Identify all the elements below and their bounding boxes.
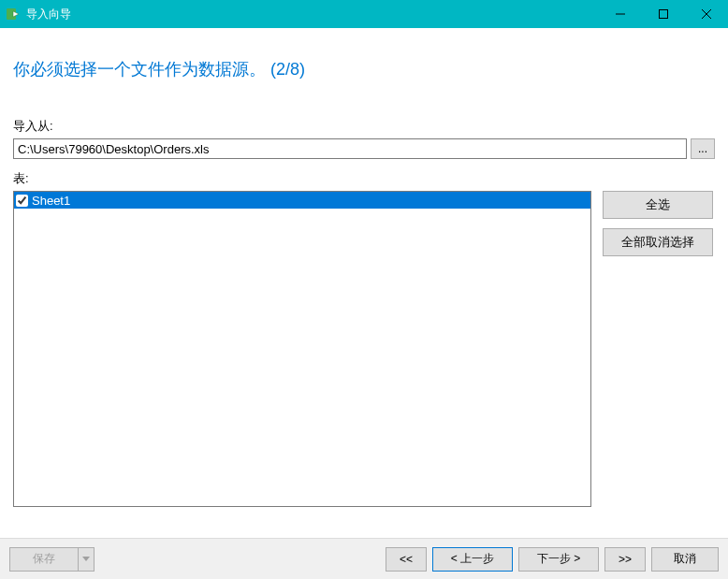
select-all-button[interactable]: 全选: [603, 191, 713, 219]
wizard-heading: 你必须选择一个文件作为数据源。 (2/8): [13, 58, 715, 80]
tables-listbox[interactable]: Sheet1: [13, 191, 591, 507]
titlebar: 导入向导: [0, 0, 728, 28]
footer-right: << < 上一步 下一步 > >> 取消: [386, 547, 719, 572]
table-name: Sheet1: [32, 194, 70, 208]
tables-label: 表:: [13, 170, 715, 187]
browse-button[interactable]: ...: [691, 138, 715, 159]
first-button[interactable]: <<: [386, 547, 427, 572]
window-controls: [599, 0, 728, 28]
footer-left: 保存: [9, 547, 95, 572]
save-dropdown-button[interactable]: [78, 547, 95, 572]
save-button[interactable]: 保存: [9, 547, 79, 572]
wizard-footer: 保存 << < 上一步 下一步 > >> 取消: [0, 538, 728, 579]
chevron-down-icon: [82, 557, 90, 562]
file-selection-row: ...: [13, 138, 715, 159]
table-checkbox[interactable]: [16, 195, 28, 207]
wizard-content: 你必须选择一个文件作为数据源。 (2/8) 导入从: ... 表: Sheet1…: [0, 28, 728, 538]
previous-button[interactable]: < 上一步: [432, 547, 513, 572]
svg-rect-2: [660, 10, 668, 19]
next-button[interactable]: 下一步 >: [518, 547, 599, 572]
maximize-button[interactable]: [642, 0, 685, 28]
minimize-button[interactable]: [599, 0, 642, 28]
tables-section: Sheet1 全选 全部取消选择: [13, 191, 715, 507]
close-button[interactable]: [685, 0, 728, 28]
table-selection-buttons: 全选 全部取消选择: [603, 191, 713, 256]
app-icon: [6, 7, 21, 22]
last-button[interactable]: >>: [604, 547, 646, 572]
cancel-button[interactable]: 取消: [651, 547, 719, 572]
import-from-label: 导入从:: [13, 118, 715, 135]
list-item[interactable]: Sheet1: [14, 192, 590, 209]
deselect-all-button[interactable]: 全部取消选择: [603, 228, 713, 256]
import-from-input[interactable]: [13, 138, 687, 159]
window-title: 导入向导: [26, 7, 599, 22]
